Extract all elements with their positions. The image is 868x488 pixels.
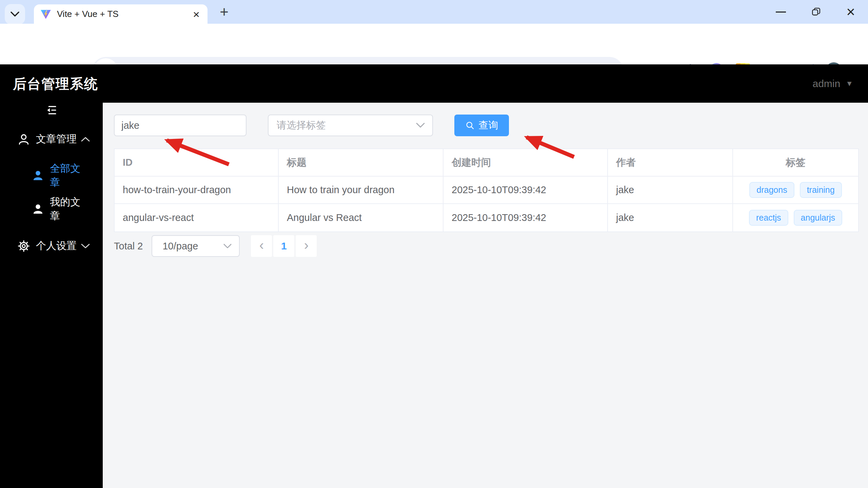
app-title: 后台管理系统 bbox=[13, 74, 98, 93]
cell-tags: dragons training bbox=[733, 177, 858, 204]
sidebar-item-my-articles[interactable]: 我的文章 bbox=[0, 192, 103, 226]
pagination-total: Total 2 bbox=[114, 241, 143, 252]
search-icon bbox=[465, 121, 475, 130]
pagination: Total 2 10/page ‹ 1 › bbox=[114, 235, 317, 257]
window-close-button[interactable]: × bbox=[842, 0, 859, 24]
tag-select[interactable]: 请选择标签 bbox=[268, 115, 433, 136]
window-restore-button[interactable] bbox=[808, 0, 825, 24]
main-content: 请选择标签 查询 ID 标题 创建时间 作者 标签 how-to-train-y… bbox=[103, 103, 868, 488]
chevron-down-icon bbox=[81, 243, 90, 249]
sidebar-item-article-management[interactable]: 文章管理 bbox=[0, 122, 103, 156]
restore-icon bbox=[810, 6, 822, 18]
page-size-value: 10/page bbox=[162, 241, 198, 252]
browser-tab-strip: Vite + Vue + TS × + × bbox=[0, 0, 868, 24]
cell-author: jake bbox=[608, 204, 733, 231]
chevron-right-icon: › bbox=[304, 238, 309, 254]
sidebar-item-label: 我的文章 bbox=[50, 195, 90, 223]
sidebar-collapse-button[interactable] bbox=[0, 103, 103, 118]
sidebar-item-label: 全部文章 bbox=[50, 162, 90, 189]
caret-down-icon: ▼ bbox=[846, 79, 853, 88]
user-dropdown[interactable]: admin ▼ bbox=[813, 78, 853, 89]
query-button-label: 查询 bbox=[479, 119, 498, 132]
next-page-button[interactable]: › bbox=[296, 235, 317, 257]
tab-title: Vite + Vue + TS bbox=[57, 9, 190, 19]
keyword-input[interactable] bbox=[114, 115, 246, 136]
cell-tags: reactjs angularjs bbox=[733, 204, 858, 231]
column-header-title: 标题 bbox=[279, 149, 443, 177]
browser-toolbar: localhost:5173/#/article/all bbox=[0, 24, 868, 64]
cell-id: angular-vs-react bbox=[115, 204, 279, 231]
user-filled-icon bbox=[31, 169, 44, 182]
app-header: 后台管理系统 admin ▼ bbox=[0, 64, 868, 103]
prev-page-button[interactable]: ‹ bbox=[251, 235, 272, 257]
user-filled-icon bbox=[31, 202, 44, 216]
new-tab-button[interactable]: + bbox=[215, 3, 233, 21]
tag-badge: angularjs bbox=[794, 210, 842, 226]
current-page: 1 bbox=[281, 240, 287, 252]
tag-select-placeholder: 请选择标签 bbox=[277, 119, 326, 132]
column-header-created: 创建时间 bbox=[443, 149, 608, 177]
cell-created: 2025-10-10T09:39:42 bbox=[443, 177, 608, 204]
column-header-tags: 标签 bbox=[733, 149, 858, 177]
page-size-select[interactable]: 10/page bbox=[152, 235, 240, 257]
user-name: admin bbox=[813, 78, 841, 89]
sidebar-item-all-articles[interactable]: 全部文章 bbox=[0, 159, 103, 192]
articles-table: ID 标题 创建时间 作者 标签 how-to-train-your-drago… bbox=[114, 148, 859, 232]
user-outline-icon bbox=[17, 133, 31, 146]
column-header-id: ID bbox=[115, 149, 279, 177]
pager: ‹ 1 › bbox=[251, 235, 317, 257]
chevron-down-icon bbox=[416, 123, 425, 128]
minimize-icon bbox=[776, 12, 786, 13]
sidebar-item-personal-settings[interactable]: 个人设置 bbox=[0, 229, 103, 263]
search-bar: 请选择标签 查询 bbox=[114, 115, 509, 136]
chevron-down-icon bbox=[11, 12, 19, 17]
tab-search-button[interactable] bbox=[5, 4, 25, 24]
cell-title: Angular vs React bbox=[279, 204, 443, 231]
sidebar: 文章管理 全部文章 我的文章 个人设置 bbox=[0, 103, 103, 488]
column-header-author: 作者 bbox=[608, 149, 733, 177]
window-close-icon: × bbox=[846, 4, 855, 19]
sidebar-item-label: 个人设置 bbox=[36, 239, 77, 253]
tag-badge: reactjs bbox=[749, 210, 788, 226]
cell-title: How to train your dragon bbox=[279, 177, 443, 204]
sidebar-item-label: 文章管理 bbox=[36, 132, 77, 146]
vite-favicon-icon bbox=[40, 8, 52, 20]
chevron-left-icon: ‹ bbox=[259, 238, 264, 254]
chevron-down-icon bbox=[223, 244, 232, 249]
gear-icon bbox=[17, 239, 31, 253]
browser-tab[interactable]: Vite + Vue + TS × bbox=[34, 4, 208, 24]
table-row: angular-vs-react Angular vs React 2025-1… bbox=[115, 204, 858, 231]
query-button[interactable]: 查询 bbox=[454, 115, 509, 136]
table-row: how-to-train-your-dragon How to train yo… bbox=[115, 177, 858, 204]
page-number-button[interactable]: 1 bbox=[273, 235, 294, 257]
cell-author: jake bbox=[608, 177, 733, 204]
tab-close-icon[interactable]: × bbox=[190, 8, 203, 21]
fold-icon bbox=[46, 104, 57, 116]
cell-id: how-to-train-your-dragon bbox=[115, 177, 279, 204]
tag-badge: training bbox=[800, 182, 842, 198]
window-minimize-button[interactable] bbox=[772, 0, 789, 24]
chevron-up-icon bbox=[81, 137, 90, 142]
tag-badge: dragons bbox=[749, 182, 794, 198]
table-header-row: ID 标题 创建时间 作者 标签 bbox=[115, 149, 858, 177]
cell-created: 2025-10-10T09:39:42 bbox=[443, 204, 608, 231]
